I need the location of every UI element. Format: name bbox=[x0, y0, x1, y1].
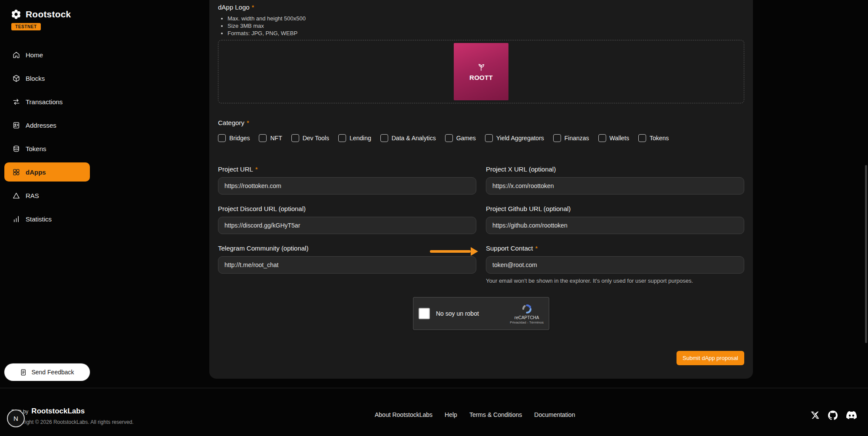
field-support-contact: Support Contact* Your email won't be sho… bbox=[486, 244, 744, 284]
sidebar-item-dapps[interactable]: dApps bbox=[4, 162, 90, 182]
sidebar-item-label: Transactions bbox=[26, 98, 63, 106]
scrollbar-thumb[interactable] bbox=[865, 165, 867, 343]
sidebar-item-statistics[interactable]: Statistics bbox=[4, 209, 90, 228]
logo-preview: ROOTT bbox=[454, 43, 508, 100]
sidebar-item-label: Addresses bbox=[26, 122, 56, 129]
project-github-url-label: Project Github URL (optional) bbox=[486, 205, 744, 212]
project-github-url-input[interactable] bbox=[486, 217, 744, 234]
project-url-input[interactable] bbox=[218, 177, 476, 195]
checkbox-yield-aggregators[interactable] bbox=[485, 134, 493, 142]
sidebar-item-ras[interactable]: RAS bbox=[4, 186, 90, 205]
recaptcha-widget: No soy un robot reCAPTCHA Privacidad - T… bbox=[413, 297, 549, 330]
category-option-lending: Lending bbox=[338, 134, 371, 142]
sidebar-item-addresses[interactable]: Addresses bbox=[4, 116, 90, 135]
category-label: Category* bbox=[218, 119, 744, 126]
ras-icon bbox=[12, 192, 20, 200]
addresses-icon bbox=[12, 121, 20, 129]
feedback-icon bbox=[20, 369, 27, 376]
field-project-url: Project URL* bbox=[218, 165, 476, 195]
transactions-icon bbox=[12, 98, 20, 106]
checkbox-wallets[interactable] bbox=[598, 134, 606, 142]
required-star: * bbox=[252, 3, 254, 11]
category-option-dev-tools: Dev Tools bbox=[291, 134, 329, 142]
sidebar-item-label: Blocks bbox=[26, 75, 45, 82]
checkbox-games[interactable] bbox=[445, 134, 453, 142]
annotation-arrow-icon bbox=[430, 247, 478, 256]
checkbox-dev-tools[interactable] bbox=[291, 134, 299, 142]
logo-requirements: Max. width and height 500x500 Size 3MB m… bbox=[228, 15, 744, 37]
project-x-url-input[interactable] bbox=[486, 177, 744, 195]
arrow-head bbox=[471, 247, 478, 256]
checkbox-lending[interactable] bbox=[338, 134, 346, 142]
sidebar-nav: Home Blocks Transactions Addresses Token… bbox=[0, 45, 94, 228]
discord-icon[interactable] bbox=[846, 410, 857, 420]
project-url-label: Project URL* bbox=[218, 165, 476, 173]
footer-brand-name: RootstockLabs bbox=[31, 407, 85, 416]
sidebar-item-transactions[interactable]: Transactions bbox=[4, 92, 90, 111]
sidebar-item-label: dApps bbox=[26, 168, 46, 176]
footer-link-about[interactable]: About RootstockLabs bbox=[375, 411, 432, 418]
submit-row: Submit dApp proposal bbox=[218, 351, 744, 365]
sidebar-item-tokens[interactable]: Tokens bbox=[4, 139, 90, 158]
support-contact-input[interactable] bbox=[486, 256, 744, 274]
tokens-icon bbox=[12, 145, 20, 153]
recaptcha-icon bbox=[521, 303, 533, 315]
arrow-line bbox=[430, 250, 471, 253]
statistics-icon bbox=[12, 215, 20, 223]
sidebar-item-blocks[interactable]: Blocks bbox=[4, 69, 90, 88]
checkbox-tokens[interactable] bbox=[638, 134, 646, 142]
recaptcha-privacy-terms-links[interactable]: Privacidad - Términos bbox=[510, 320, 544, 324]
recaptcha-brand: reCAPTCHA Privacidad - Términos bbox=[510, 303, 544, 324]
checkbox-data-analytics[interactable] bbox=[380, 134, 388, 142]
github-icon[interactable] bbox=[828, 410, 838, 420]
brand: Rootstock bbox=[0, 0, 94, 20]
category-option-wallets: Wallets bbox=[598, 134, 629, 142]
footer-link-terms[interactable]: Terms & Conditions bbox=[469, 411, 522, 418]
logo-requirement: Size 3MB max bbox=[228, 22, 744, 30]
footer-link-documentation[interactable]: Documentation bbox=[534, 411, 575, 418]
telegram-community-input[interactable] bbox=[218, 256, 476, 274]
checkbox-finanzas[interactable] bbox=[553, 134, 561, 142]
category-option-data-analytics: Data & Analytics bbox=[380, 134, 436, 142]
checkbox-nft[interactable] bbox=[259, 134, 267, 142]
footer-social bbox=[811, 410, 857, 420]
x-twitter-icon[interactable] bbox=[811, 411, 819, 419]
sidebar-item-label: Tokens bbox=[26, 145, 46, 152]
dapp-logo-label: dApp Logo* bbox=[218, 3, 744, 11]
required-star: * bbox=[535, 244, 538, 252]
blocks-icon bbox=[12, 74, 20, 83]
url-fields-grid: Project URL* Project X URL (optional) Pr… bbox=[218, 165, 744, 284]
sprout-icon bbox=[476, 62, 486, 72]
recaptcha-checkbox[interactable] bbox=[419, 308, 430, 319]
copyright-text: Copyright © 2026 RootstockLabs. All righ… bbox=[11, 419, 134, 425]
field-project-discord-url: Project Discord URL (optional) bbox=[218, 205, 476, 234]
home-icon bbox=[12, 51, 20, 59]
recaptcha-label: No soy un robot bbox=[436, 310, 479, 317]
dapps-icon bbox=[12, 168, 20, 176]
category-options: Bridges NFT Dev Tools Lending Data & Ana… bbox=[218, 134, 744, 142]
submit-dapp-proposal-button[interactable]: Submit dApp proposal bbox=[677, 351, 744, 365]
footer-link-help[interactable]: Help bbox=[445, 411, 457, 418]
testnet-badge: TESTNET bbox=[11, 23, 41, 30]
project-discord-url-input[interactable] bbox=[218, 217, 476, 234]
sidebar-item-label: RAS bbox=[26, 192, 39, 199]
send-feedback-button[interactable]: Send Feedback bbox=[4, 363, 90, 381]
logo-upload-dropzone[interactable]: ROOTT bbox=[218, 40, 744, 103]
project-x-url-label: Project X URL (optional) bbox=[486, 165, 744, 173]
rootstock-logo-icon bbox=[10, 9, 22, 20]
brand-name: Rootstock bbox=[26, 9, 71, 20]
recaptcha-brand-name: reCAPTCHA bbox=[515, 315, 539, 320]
footer: Built by RootstockLabs Copyright © 2026 … bbox=[0, 388, 868, 436]
field-project-github-url: Project Github URL (optional) bbox=[486, 205, 744, 234]
category-option-games: Games bbox=[445, 134, 476, 142]
support-contact-helper: Your email won't be shown in the explore… bbox=[486, 277, 744, 284]
sidebar-item-home[interactable]: Home bbox=[4, 45, 90, 64]
logo-requirement: Max. width and height 500x500 bbox=[228, 15, 744, 22]
required-star: * bbox=[255, 165, 258, 173]
category-option-yield-aggregators: Yield Aggregators bbox=[485, 134, 544, 142]
sidebar-item-label: Home bbox=[26, 51, 43, 59]
checkbox-bridges[interactable] bbox=[218, 134, 226, 142]
category-option-bridges: Bridges bbox=[218, 134, 250, 142]
support-contact-label: Support Contact* bbox=[486, 244, 744, 252]
logo-requirement: Formats: JPG, PNG, WEBP bbox=[228, 30, 744, 37]
